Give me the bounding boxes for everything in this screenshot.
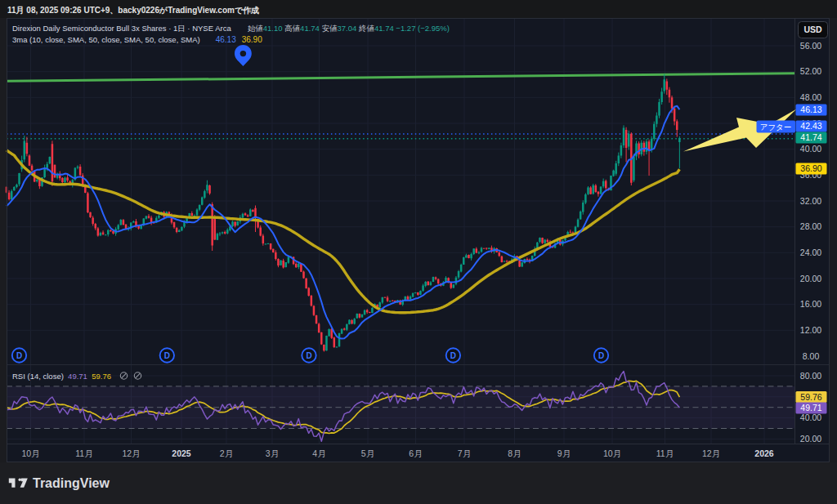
svg-text:20.00: 20.00 xyxy=(800,274,821,283)
svg-text:10月: 10月 xyxy=(21,448,39,458)
svg-text:6月: 6月 xyxy=(409,448,422,458)
svg-text:2026: 2026 xyxy=(754,448,774,458)
svg-text:Direxion Daily Semiconductor B: Direxion Daily Semiconductor Bull 3x Sha… xyxy=(12,24,450,33)
svg-text:7月: 7月 xyxy=(458,448,471,458)
svg-text:RSI (14, close) 49.71 59.76: RSI (14, close) 49.71 59.76 xyxy=(12,372,111,381)
svg-text:8.00: 8.00 xyxy=(803,351,820,361)
svg-text:3月: 3月 xyxy=(266,448,279,458)
svg-text:TradingView: TradingView xyxy=(33,476,110,490)
svg-text:32.00: 32.00 xyxy=(800,196,821,206)
svg-text:アフター: アフター xyxy=(760,123,792,132)
svg-text:59.76: 59.76 xyxy=(800,392,821,402)
svg-text:D: D xyxy=(450,351,456,360)
svg-text:2月: 2月 xyxy=(220,448,233,458)
svg-text:46.13: 46.13 xyxy=(800,105,821,114)
svg-text:11月 08, 2025 09:26 UTC+9、backy: 11月 08, 2025 09:26 UTC+9、backy0226がTradi… xyxy=(7,6,259,15)
svg-text:42.43: 42.43 xyxy=(800,121,821,131)
svg-text:80.00: 80.00 xyxy=(800,371,821,381)
svg-text:8月: 8月 xyxy=(508,448,521,458)
svg-text:16.00: 16.00 xyxy=(800,299,821,309)
svg-text:24.00: 24.00 xyxy=(800,248,821,257)
svg-text:11月: 11月 xyxy=(656,448,674,458)
svg-text:49.71: 49.71 xyxy=(800,403,821,413)
svg-text:41.74: 41.74 xyxy=(800,132,821,142)
svg-text:52.00: 52.00 xyxy=(800,66,821,76)
svg-text:3ma (10, close, SMA, 50, close: 3ma (10, close, SMA, 50, close, SMA, 50,… xyxy=(12,35,262,44)
svg-text:D: D xyxy=(598,351,604,360)
svg-text:9月: 9月 xyxy=(557,448,571,458)
svg-text:12月: 12月 xyxy=(122,448,140,458)
svg-text:USD: USD xyxy=(803,25,822,34)
svg-text:10月: 10月 xyxy=(603,448,621,458)
svg-text:4月: 4月 xyxy=(312,448,325,458)
svg-text:D: D xyxy=(306,351,311,360)
svg-text:40.00: 40.00 xyxy=(800,144,821,154)
svg-text:5月: 5月 xyxy=(361,448,374,458)
svg-text:20.00: 20.00 xyxy=(800,434,821,444)
svg-text:12.00: 12.00 xyxy=(800,325,821,335)
svg-text:2025: 2025 xyxy=(172,448,191,458)
svg-text:D: D xyxy=(16,351,22,360)
svg-text:40.00: 40.00 xyxy=(800,413,821,422)
svg-text:D: D xyxy=(164,351,170,360)
svg-text:36.90: 36.90 xyxy=(800,163,821,173)
svg-text:28.00: 28.00 xyxy=(800,221,821,231)
svg-text:48.00: 48.00 xyxy=(800,92,821,102)
svg-text:11月: 11月 xyxy=(75,448,92,458)
svg-text:56.00: 56.00 xyxy=(800,41,821,51)
svg-text:12月: 12月 xyxy=(702,448,720,458)
